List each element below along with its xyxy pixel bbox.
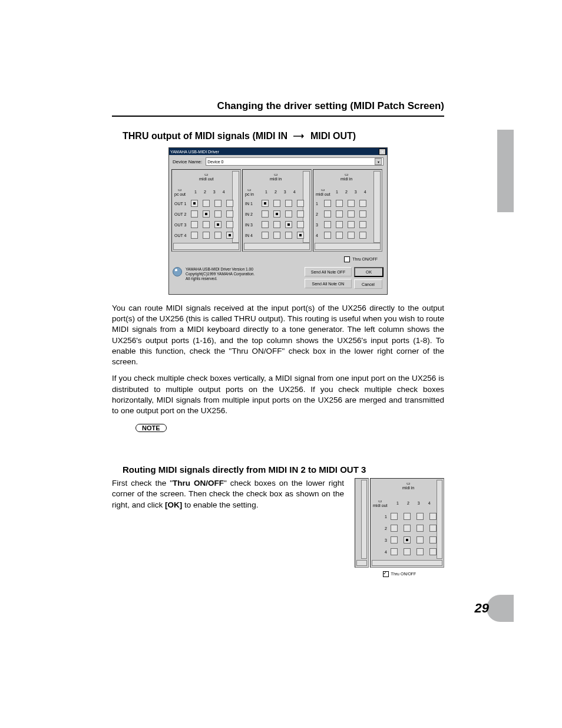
scrollbar-vertical[interactable] xyxy=(437,480,442,559)
thru-checkbox[interactable] xyxy=(344,256,350,262)
section2-text: First check the "Thru ON/OFF" check boxe… xyxy=(112,478,344,510)
routing-cell[interactable] xyxy=(404,513,411,520)
device-name-label: Device Name: xyxy=(173,159,202,164)
mini-thru-checkbox[interactable] xyxy=(383,571,389,577)
midi-in-label: ▭midi in xyxy=(270,172,282,181)
send-all-note-on-button[interactable]: Send All Note ON xyxy=(305,279,352,288)
cancel-button[interactable]: Cancel xyxy=(354,279,382,289)
scrollbar-horizontal[interactable] xyxy=(173,243,239,250)
panel-pcin-midiin: ▭midi in ▭pc in 1234 IN 1 IN 2 IN 3 IN 4 xyxy=(242,169,312,252)
thru-checkbox-row[interactable]: Thru ON/OFF xyxy=(173,256,384,262)
version-info: YAMAHA USB-MIDI Driver Version 1.00 Copy… xyxy=(173,267,254,281)
mini-thru-checkbox-row[interactable]: Thru ON/OFF xyxy=(355,571,444,577)
note-badge: NOTE xyxy=(135,424,167,432)
section1-subhead: THRU output of MIDI signals (MIDI IN MID… xyxy=(123,131,444,141)
panel-pcout-midiout: ▭midi out ▭pc out 1 2 3 4 OUT 1 OUT 2 OU… xyxy=(171,169,241,252)
side-tab xyxy=(497,130,514,212)
driver-dialog: YAMAHA USB-MIDI Driver × Device Name: De… xyxy=(168,147,388,295)
arrow-icon xyxy=(293,131,304,141)
ok-button[interactable]: OK xyxy=(354,267,384,277)
routing-cell[interactable] xyxy=(429,525,437,532)
chevron-down-icon[interactable]: ▾ xyxy=(375,158,382,165)
routing-cell[interactable] xyxy=(391,548,398,555)
page-number: 29 xyxy=(475,601,489,616)
midi-out-label: ▭midi out xyxy=(373,499,388,508)
pc-out-label: ▭pc out xyxy=(174,187,186,196)
dialog-title: YAMAHA USB-MIDI Driver xyxy=(170,150,219,154)
section1-para2: If you check multiple check boxes vertic… xyxy=(112,373,444,416)
routing-cell[interactable] xyxy=(416,525,424,532)
device-name-combo[interactable]: Device 0 ▾ xyxy=(206,157,384,166)
routing-cell[interactable] xyxy=(391,513,398,520)
section1-para1: You can route MIDI signals received at t… xyxy=(112,303,444,367)
header-title: Changing the driver setting (MIDI Patch … xyxy=(112,100,444,112)
routing-cell[interactable] xyxy=(416,513,424,520)
midi-out-label: ▭midi out xyxy=(199,172,214,181)
scrollbar-horizontal[interactable] xyxy=(315,243,381,250)
send-all-note-off-button[interactable]: Send All Note OFF xyxy=(305,267,352,276)
midi-in-label: ▭midi in xyxy=(402,481,414,490)
close-icon[interactable]: × xyxy=(379,149,386,155)
subhead-pre: THRU output of MIDI signals (MIDI IN xyxy=(123,131,287,141)
scrollbar-horizontal[interactable] xyxy=(244,243,310,250)
routing-cell[interactable] xyxy=(416,536,424,543)
scrollbar-vertical[interactable] xyxy=(361,480,367,559)
svg-marker-1 xyxy=(302,134,304,139)
routing-cell[interactable] xyxy=(391,536,398,543)
routing-cell[interactable] xyxy=(404,548,411,555)
scrollbar-horizontal[interactable] xyxy=(372,560,442,566)
panel-thru: ▭midi in ▭midi out 1234 1 2 3 4 xyxy=(313,169,382,252)
routing-cell[interactable] xyxy=(429,536,437,543)
header-rule xyxy=(112,116,444,117)
section2-subhead: Routing MIDI signals directly from MIDI … xyxy=(123,465,444,475)
routing-cell[interactable] xyxy=(404,536,411,543)
routing-cell[interactable] xyxy=(404,525,411,532)
midi-in-label: ▭midi in xyxy=(340,172,352,181)
midi-out-label: ▭midi out xyxy=(316,187,330,196)
subhead-post: MIDI OUT) xyxy=(310,131,356,141)
routing-cell[interactable] xyxy=(429,513,437,520)
pc-in-label: ▭pc in xyxy=(245,187,254,196)
mini-routing-panel: ▭midi in ▭midi out 1234 1234 Thru ON/OFF xyxy=(355,478,444,577)
routing-cell[interactable] xyxy=(416,548,424,555)
device-name-value: Device 0 xyxy=(207,160,223,164)
scrollbar-horizontal[interactable] xyxy=(356,560,367,566)
routing-cell[interactable] xyxy=(391,525,398,532)
dialog-titlebar: YAMAHA USB-MIDI Driver × xyxy=(169,148,387,155)
routing-cell[interactable] xyxy=(429,548,437,555)
page-number-tab: 29 xyxy=(475,595,514,622)
globe-icon xyxy=(173,267,182,276)
